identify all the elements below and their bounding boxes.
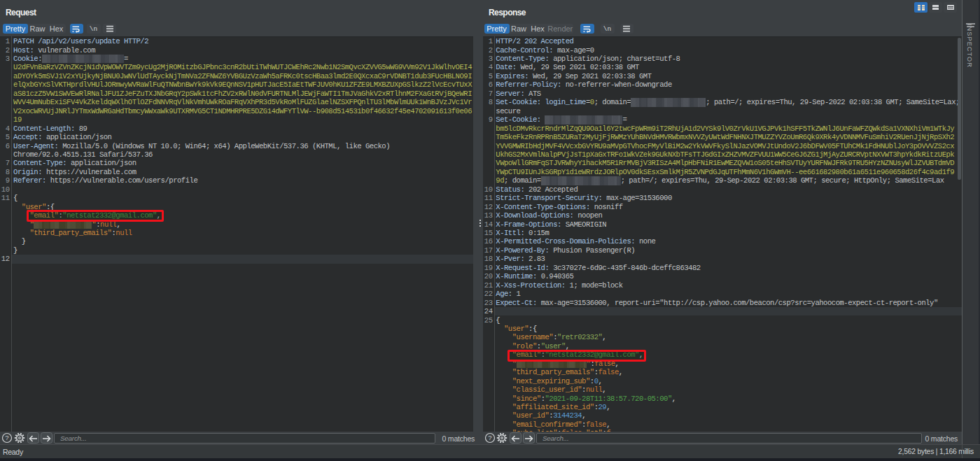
svg-text:?: ? — [5, 434, 8, 441]
svg-text:?: ? — [488, 434, 491, 441]
